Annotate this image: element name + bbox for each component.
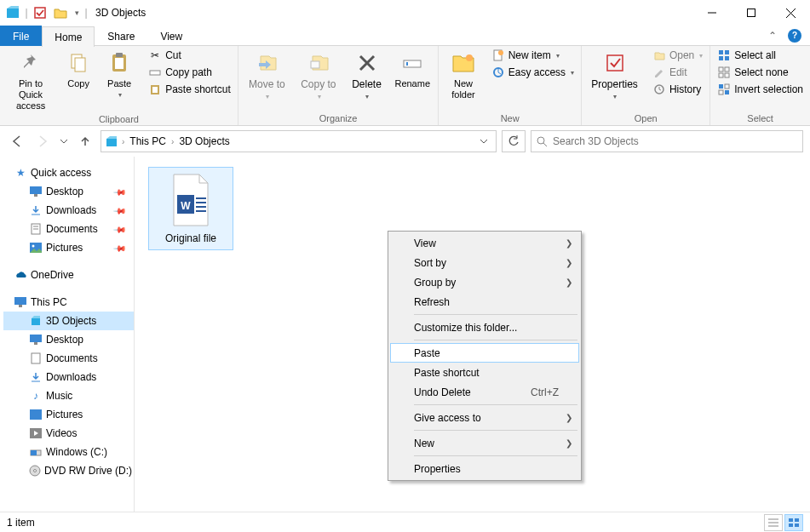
new-folder-button[interactable]: New folder — [444, 48, 482, 102]
details-view-button[interactable] — [764, 514, 783, 531]
file-item-original[interactable]: W Original file — [148, 167, 233, 250]
tree-documents[interactable]: Documents📌 — [3, 220, 134, 238]
refresh-button[interactable] — [502, 130, 526, 152]
tree-downloads[interactable]: Downloads📌 — [3, 201, 134, 220]
shortcut-label: Ctrl+Z — [531, 386, 559, 398]
maximize-button[interactable] — [732, 0, 771, 26]
ctx-undo-delete[interactable]: Undo DeleteCtrl+Z — [390, 382, 579, 402]
tab-view[interactable]: View — [147, 26, 195, 46]
help-icon[interactable]: ? — [788, 29, 801, 43]
view-switcher — [764, 514, 803, 531]
tree-onedrive[interactable]: OneDrive — [3, 266, 134, 284]
edit-button[interactable]: Edit — [651, 65, 704, 80]
back-button[interactable] — [7, 131, 27, 152]
select-all-button[interactable]: Select all — [715, 48, 805, 63]
tree-documents-2[interactable]: Documents — [3, 349, 134, 368]
delete-button[interactable]: Delete ▾ — [347, 48, 388, 104]
select-all-label: Select all — [734, 49, 776, 61]
svg-rect-12 — [150, 71, 160, 75]
drive-icon — [29, 445, 43, 459]
up-button[interactable] — [75, 131, 95, 152]
ribbon: Pin to Quick access Copy Paste ▾ ✂Cut Co… — [0, 46, 810, 126]
copy-button[interactable]: Copy — [60, 48, 97, 91]
tab-share[interactable]: Share — [95, 26, 147, 46]
tree-desktop[interactable]: Desktop📌 — [3, 182, 134, 201]
svg-line-41 — [543, 143, 547, 146]
rename-button[interactable]: Rename — [392, 48, 433, 91]
ctx-sort-by[interactable]: Sort by❯ — [390, 253, 579, 272]
forward-button[interactable] — [32, 131, 53, 152]
copy-label: Copy — [67, 78, 89, 89]
paste-shortcut-label: Paste shortcut — [165, 83, 231, 95]
minimize-button[interactable] — [692, 0, 732, 26]
move-to-button[interactable]: Move to ▾ — [244, 48, 292, 104]
tree-quick-access[interactable]: ★Quick access — [3, 163, 134, 182]
tab-home[interactable]: Home — [42, 26, 95, 47]
svg-point-20 — [466, 54, 473, 61]
content-area[interactable]: W Original file View❯ Sort by❯ Group by❯… — [135, 157, 810, 512]
close-button[interactable] — [771, 0, 810, 26]
tree-pictures[interactable]: Pictures📌 — [3, 238, 134, 257]
svg-rect-51 — [19, 305, 22, 307]
properties-label: Properties — [591, 78, 638, 90]
paste-shortcut-button[interactable]: Paste shortcut — [146, 82, 233, 97]
ctx-customize[interactable]: Customize this folder... — [390, 317, 579, 337]
properties-qat-icon[interactable] — [31, 3, 49, 22]
address-dropdown[interactable] — [475, 131, 492, 152]
svg-rect-15 — [311, 61, 319, 68]
paste-label: Paste — [107, 78, 131, 89]
recent-dropdown[interactable] — [58, 131, 70, 152]
breadcrumb-this-pc[interactable]: This PC — [126, 135, 169, 147]
properties-button[interactable]: Properties ▾ — [587, 48, 644, 104]
tree-desktop-2[interactable]: Desktop — [3, 330, 134, 349]
new-item-button[interactable]: New item ▾ — [490, 48, 576, 63]
chevron-right-icon[interactable]: › — [122, 137, 124, 146]
folder-qat-icon[interactable] — [51, 3, 70, 22]
address-bar[interactable]: › This PC › 3D Objects — [101, 130, 497, 152]
search-input[interactable] — [553, 135, 797, 147]
chevron-down-icon: ▾ — [699, 52, 703, 60]
ctx-group-by[interactable]: Group by❯ — [390, 272, 579, 292]
easy-access-button[interactable]: Easy access ▾ — [490, 65, 576, 80]
ctx-paste[interactable]: Paste — [390, 343, 579, 363]
delete-icon — [353, 49, 381, 77]
svg-rect-31 — [725, 67, 729, 72]
select-none-button[interactable]: Select none — [715, 65, 805, 80]
copy-path-button[interactable]: Copy path — [146, 65, 233, 80]
cut-button[interactable]: ✂Cut — [146, 48, 233, 63]
tree-this-pc[interactable]: This PC — [3, 293, 134, 312]
tree-downloads-2[interactable]: Downloads — [3, 368, 134, 386]
tree-pictures-2[interactable]: Pictures — [3, 405, 134, 424]
invert-selection-button[interactable]: Invert selection — [715, 82, 805, 97]
ctx-refresh[interactable]: Refresh — [390, 292, 579, 312]
pin-to-quick-access-button[interactable]: Pin to Quick access — [5, 48, 56, 114]
svg-rect-10 — [115, 58, 124, 69]
tree-3d-objects[interactable]: 3D Objects — [3, 312, 134, 330]
tree-music[interactable]: ♪Music — [3, 386, 134, 405]
ctx-give-access[interactable]: Give access to❯ — [390, 408, 579, 427]
file-icon: W — [167, 173, 215, 227]
copy-to-button[interactable]: Copy to ▾ — [296, 48, 343, 104]
qat-dropdown-icon[interactable]: ▾ — [72, 3, 82, 22]
breadcrumb-3d-objects[interactable]: 3D Objects — [175, 135, 233, 147]
svg-rect-14 — [152, 87, 158, 93]
collapse-ribbon-icon[interactable]: ⌃ — [766, 29, 779, 43]
ctx-view[interactable]: View❯ — [390, 233, 579, 253]
open-button[interactable]: Open ▾ — [651, 48, 704, 63]
main-body: ★Quick access Desktop📌 Downloads📌 Docume… — [0, 157, 810, 512]
ctx-new[interactable]: New❯ — [390, 433, 579, 453]
search-box[interactable] — [531, 130, 803, 152]
tree-c-drive[interactable]: Windows (C:) — [3, 443, 134, 461]
history-button[interactable]: History — [651, 82, 704, 97]
tree-videos[interactable]: Videos — [3, 424, 134, 443]
tab-file[interactable]: File — [0, 26, 42, 46]
location-icon — [105, 135, 120, 147]
ctx-properties[interactable]: Properties — [390, 459, 579, 478]
svg-rect-26 — [719, 50, 723, 54]
ctx-paste-shortcut[interactable]: Paste shortcut — [390, 363, 579, 382]
paste-button[interactable]: Paste ▾ — [101, 48, 138, 100]
tree-dvd-drive[interactable]: DVD RW Drive (D:) — [3, 461, 134, 480]
chevron-right-icon[interactable]: › — [171, 137, 174, 146]
chevron-right-icon: ❯ — [566, 413, 572, 422]
icons-view-button[interactable] — [784, 514, 803, 531]
